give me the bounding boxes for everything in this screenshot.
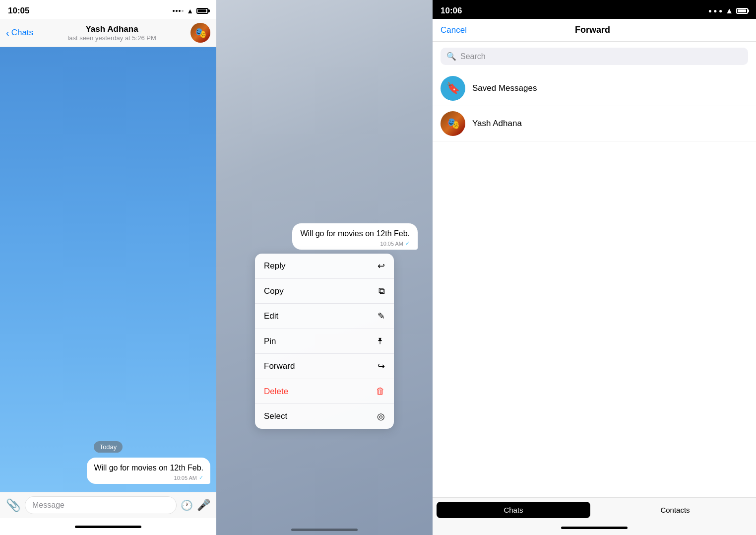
message-meta-2: 10:05 AM ✓ xyxy=(300,240,410,247)
forward-screen: 10:06 ● ● ● ▲ Cancel Forward 🔍 Search 🔖 … xyxy=(433,0,756,535)
contacts-list: 🔖 Saved Messages 🎭 Yash Adhana xyxy=(433,71,756,497)
reply-icon: ↩ xyxy=(378,261,385,271)
contact-info: Yash Adhana last seen yesterday at 5:26 … xyxy=(38,24,186,42)
contact-row-yash[interactable]: 🎭 Yash Adhana xyxy=(433,106,756,141)
menu-label-copy: Copy xyxy=(264,286,284,296)
edit-icon: ✎ xyxy=(378,311,385,322)
home-indicator-3 xyxy=(561,527,628,529)
tab-contacts[interactable]: Contacts xyxy=(598,502,752,518)
message-time-2: 10:05 AM xyxy=(380,241,403,247)
forward-icon: ↪ xyxy=(378,361,385,372)
chevron-left-icon: ‹ xyxy=(6,27,9,39)
menu-label-select: Select xyxy=(264,411,287,421)
message-time: 10:05 AM xyxy=(174,475,197,481)
message-input[interactable]: Message xyxy=(25,496,177,514)
chat-input-bar: 📎 Message 🕐 🎤 xyxy=(0,492,216,518)
date-badge: Today xyxy=(94,441,123,453)
message-meta: 10:05 AM ✓ xyxy=(94,474,203,481)
forward-title: Forward xyxy=(575,25,610,35)
menu-label-reply: Reply xyxy=(264,261,285,271)
menu-label-pin: Pin xyxy=(264,336,276,346)
status-bar-1: 10:05 ▲ xyxy=(0,0,216,19)
status-icons-1: ▲ xyxy=(173,7,208,15)
signal-icon-3: ● ● ● xyxy=(708,7,722,14)
message-bubble: Will go for movies on 12th Feb. 10:05 AM… xyxy=(87,458,210,484)
status-bar-3: 10:06 ● ● ● ▲ xyxy=(433,0,756,19)
chat-body: Today Will go for movies on 12th Feb. 10… xyxy=(0,47,216,492)
nav-bar-3: Cancel Forward xyxy=(433,19,756,42)
message-text-2: Will go for movies on 12th Feb. xyxy=(300,228,410,239)
context-menu: Reply ↩ Copy ⧉ Edit ✎ Pin 🖈 Forward ↪ De… xyxy=(255,254,394,429)
avatar[interactable]: 🎭 xyxy=(190,23,210,43)
copy-icon: ⧉ xyxy=(378,286,385,296)
menu-item-pin[interactable]: Pin 🖈 xyxy=(255,329,394,354)
nav-bar-1: ‹ Chats Yash Adhana last seen yesterday … xyxy=(0,19,216,47)
voice-button[interactable]: 🎤 xyxy=(197,499,210,512)
bookmark-icon: 🔖 xyxy=(446,82,460,95)
menu-label-edit: Edit xyxy=(264,311,278,321)
cancel-button[interactable]: Cancel xyxy=(441,25,467,35)
saved-messages-name: Saved Messages xyxy=(472,83,537,93)
attach-button[interactable]: 📎 xyxy=(6,498,21,512)
user-avatar: 🎭 xyxy=(441,111,465,136)
menu-item-forward[interactable]: Forward ↪ xyxy=(255,354,394,379)
contact-row-saved[interactable]: 🔖 Saved Messages xyxy=(433,71,756,106)
message-placeholder: Message xyxy=(32,501,64,510)
message-bubble-2: Will go for movies on 12th Feb. 10:05 AM… xyxy=(292,223,418,250)
status-icons-3: ● ● ● ▲ xyxy=(708,6,748,15)
home-indicator-1 xyxy=(75,526,141,528)
menu-label-delete: Delete xyxy=(264,387,288,397)
bottom-tabs: Chats Contacts xyxy=(433,497,756,520)
search-bar[interactable]: 🔍 Search xyxy=(441,48,748,65)
message-text: Will go for movies on 12th Feb. xyxy=(94,463,203,473)
wifi-icon: ▲ xyxy=(187,7,193,15)
tab-chats[interactable]: Chats xyxy=(437,502,590,518)
menu-item-edit[interactable]: Edit ✎ xyxy=(255,304,394,329)
back-button[interactable]: ‹ Chats xyxy=(6,27,33,39)
status-time-1: 10:05 xyxy=(8,6,29,16)
contact-name: Yash Adhana xyxy=(85,24,138,34)
search-placeholder: Search xyxy=(460,52,486,61)
contacts-tab-label: Contacts xyxy=(660,506,690,514)
user-contact-name: Yash Adhana xyxy=(472,119,522,129)
menu-item-reply[interactable]: Reply ↩ xyxy=(255,254,394,279)
saved-messages-avatar: 🔖 xyxy=(441,76,465,101)
signal-icon xyxy=(173,10,184,12)
menu-item-copy[interactable]: Copy ⧉ xyxy=(255,279,394,304)
chats-tab-label: Chats xyxy=(504,506,523,514)
panel2-content: Will go for movies on 12th Feb. 10:05 AM… xyxy=(216,0,433,535)
search-icon: 🔍 xyxy=(446,52,456,61)
sticker-button[interactable]: 🕐 xyxy=(181,499,193,511)
read-check-2: ✓ xyxy=(405,240,410,247)
menu-item-delete[interactable]: Delete 🗑 xyxy=(255,379,394,404)
pin-icon: 🖈 xyxy=(376,336,385,346)
read-check-icon: ✓ xyxy=(199,474,203,481)
menu-item-select[interactable]: Select ◎ xyxy=(255,404,394,429)
contact-status: last seen yesterday at 5:26 PM xyxy=(67,34,156,42)
context-menu-screen: Will go for movies on 12th Feb. 10:05 AM… xyxy=(216,0,433,535)
select-icon: ◎ xyxy=(377,411,385,422)
wifi-icon-3: ▲ xyxy=(725,6,733,15)
battery-icon-3 xyxy=(736,8,748,14)
home-bar-3 xyxy=(433,520,756,535)
status-time-3: 10:06 xyxy=(441,6,462,16)
menu-label-forward: Forward xyxy=(264,361,295,371)
chat-screen: 10:05 ▲ ‹ Chats Yash Adhana last seen ye… xyxy=(0,0,216,535)
battery-icon xyxy=(196,8,208,14)
home-bar-1 xyxy=(0,518,216,535)
back-label: Chats xyxy=(11,28,33,38)
delete-icon: 🗑 xyxy=(376,386,385,397)
